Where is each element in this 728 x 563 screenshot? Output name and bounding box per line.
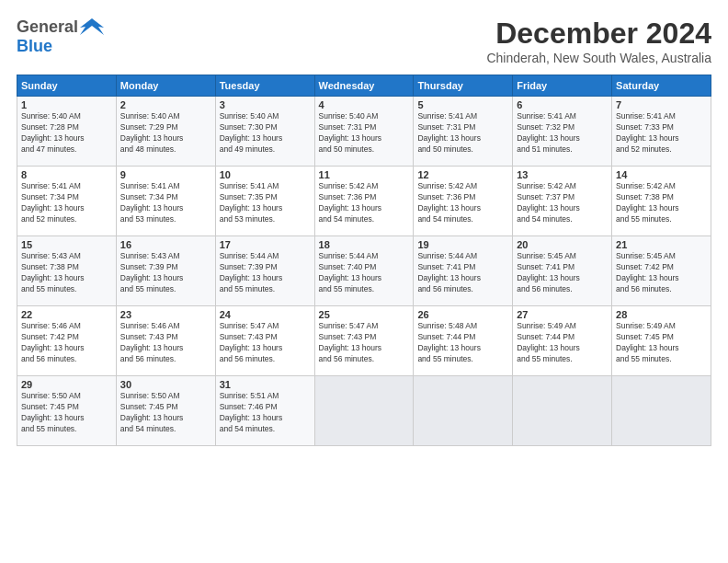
day-cell: 24 Sunrise: 5:47 AMSunset: 7:43 PMDaylig… — [215, 306, 314, 376]
day-cell: 23 Sunrise: 5:46 AMSunset: 7:43 PMDaylig… — [116, 306, 215, 376]
day-cell: 11 Sunrise: 5:42 AMSunset: 7:36 PMDaylig… — [314, 167, 414, 236]
day-number: 29 — [21, 379, 112, 390]
col-header-friday: Friday — [513, 75, 612, 97]
day-number: 8 — [21, 169, 112, 180]
header: General Blue December 2024 Chinderah, Ne… — [17, 17, 711, 65]
day-number: 26 — [417, 309, 508, 320]
day-number: 15 — [21, 239, 112, 250]
day-cell: 3 Sunrise: 5:40 AMSunset: 7:30 PMDayligh… — [215, 97, 314, 167]
day-cell: 30 Sunrise: 5:50 AMSunset: 7:45 PMDaylig… — [116, 376, 215, 446]
day-detail: Sunrise: 5:41 AMSunset: 7:34 PMDaylight:… — [120, 181, 211, 225]
day-number: 12 — [417, 169, 508, 180]
day-number: 18 — [319, 239, 410, 250]
day-cell: 28 Sunrise: 5:49 AMSunset: 7:45 PMDaylig… — [612, 306, 711, 376]
day-cell: 19 Sunrise: 5:44 AMSunset: 7:41 PMDaylig… — [414, 236, 513, 306]
day-detail: Sunrise: 5:43 AMSunset: 7:39 PMDaylight:… — [120, 251, 211, 295]
day-number: 19 — [417, 239, 508, 250]
day-detail: Sunrise: 5:47 AMSunset: 7:43 PMDaylight:… — [319, 321, 410, 365]
day-cell: 22 Sunrise: 5:46 AMSunset: 7:42 PMDaylig… — [17, 306, 117, 376]
day-cell: 18 Sunrise: 5:44 AMSunset: 7:40 PMDaylig… — [314, 236, 414, 306]
title-block: December 2024 Chinderah, New South Wales… — [486, 17, 711, 65]
day-number: 13 — [517, 169, 608, 180]
day-number: 3 — [220, 99, 311, 110]
col-header-saturday: Saturday — [612, 75, 711, 97]
col-header-monday: Monday — [116, 75, 215, 97]
svg-marker-0 — [80, 18, 104, 35]
logo: General Blue — [17, 17, 106, 56]
day-detail: Sunrise: 5:46 AMSunset: 7:42 PMDaylight:… — [21, 321, 112, 365]
day-detail: Sunrise: 5:45 AMSunset: 7:41 PMDaylight:… — [517, 251, 608, 295]
day-cell: 12 Sunrise: 5:42 AMSunset: 7:36 PMDaylig… — [414, 167, 513, 236]
day-cell: 13 Sunrise: 5:42 AMSunset: 7:37 PMDaylig… — [513, 167, 612, 236]
day-detail: Sunrise: 5:51 AMSunset: 7:46 PMDaylight:… — [220, 391, 311, 435]
day-cell: 5 Sunrise: 5:41 AMSunset: 7:31 PMDayligh… — [414, 97, 513, 167]
day-number: 28 — [616, 309, 707, 320]
day-number: 22 — [21, 309, 112, 320]
day-cell: 15 Sunrise: 5:43 AMSunset: 7:38 PMDaylig… — [17, 236, 117, 306]
day-cell: 14 Sunrise: 5:42 AMSunset: 7:38 PMDaylig… — [612, 167, 711, 236]
header-row: SundayMondayTuesdayWednesdayThursdayFrid… — [17, 75, 711, 97]
week-row-1: 1 Sunrise: 5:40 AMSunset: 7:28 PMDayligh… — [17, 97, 711, 167]
day-detail: Sunrise: 5:44 AMSunset: 7:39 PMDaylight:… — [220, 251, 311, 295]
logo-general-text: General — [17, 17, 78, 37]
day-detail: Sunrise: 5:48 AMSunset: 7:44 PMDaylight:… — [417, 321, 508, 365]
day-detail: Sunrise: 5:41 AMSunset: 7:32 PMDaylight:… — [517, 111, 608, 155]
day-number: 21 — [616, 239, 707, 250]
day-number: 2 — [120, 99, 211, 110]
title-location: Chinderah, New South Wales, Australia — [486, 51, 711, 65]
day-number: 17 — [220, 239, 311, 250]
day-detail: Sunrise: 5:45 AMSunset: 7:42 PMDaylight:… — [616, 251, 707, 295]
day-detail: Sunrise: 5:40 AMSunset: 7:29 PMDaylight:… — [120, 111, 211, 155]
day-detail: Sunrise: 5:46 AMSunset: 7:43 PMDaylight:… — [120, 321, 211, 365]
day-number: 10 — [220, 169, 311, 180]
day-cell: 25 Sunrise: 5:47 AMSunset: 7:43 PMDaylig… — [314, 306, 414, 376]
day-detail: Sunrise: 5:44 AMSunset: 7:40 PMDaylight:… — [319, 251, 410, 295]
day-cell — [414, 376, 513, 446]
page: General Blue December 2024 Chinderah, Ne… — [0, 0, 728, 563]
day-cell: 21 Sunrise: 5:45 AMSunset: 7:42 PMDaylig… — [612, 236, 711, 306]
day-cell: 17 Sunrise: 5:44 AMSunset: 7:39 PMDaylig… — [215, 236, 314, 306]
day-number: 6 — [517, 99, 608, 110]
col-header-tuesday: Tuesday — [215, 75, 314, 97]
day-cell: 16 Sunrise: 5:43 AMSunset: 7:39 PMDaylig… — [116, 236, 215, 306]
day-number: 1 — [21, 99, 112, 110]
week-row-2: 8 Sunrise: 5:41 AMSunset: 7:34 PMDayligh… — [17, 167, 711, 236]
day-cell: 8 Sunrise: 5:41 AMSunset: 7:34 PMDayligh… — [17, 167, 117, 236]
day-detail: Sunrise: 5:43 AMSunset: 7:38 PMDaylight:… — [21, 251, 112, 295]
day-detail: Sunrise: 5:42 AMSunset: 7:37 PMDaylight:… — [517, 181, 608, 225]
day-number: 9 — [120, 169, 211, 180]
day-detail: Sunrise: 5:40 AMSunset: 7:28 PMDaylight:… — [21, 111, 112, 155]
day-number: 30 — [120, 379, 211, 390]
logo-blue-text: Blue — [17, 37, 52, 55]
day-cell: 27 Sunrise: 5:49 AMSunset: 7:44 PMDaylig… — [513, 306, 612, 376]
day-number: 5 — [417, 99, 508, 110]
day-number: 23 — [120, 309, 211, 320]
day-number: 25 — [319, 309, 410, 320]
day-cell — [612, 376, 711, 446]
day-number: 27 — [517, 309, 608, 320]
day-cell: 31 Sunrise: 5:51 AMSunset: 7:46 PMDaylig… — [215, 376, 314, 446]
day-detail: Sunrise: 5:41 AMSunset: 7:35 PMDaylight:… — [220, 181, 311, 225]
col-header-thursday: Thursday — [414, 75, 513, 97]
day-cell: 6 Sunrise: 5:41 AMSunset: 7:32 PMDayligh… — [513, 97, 612, 167]
day-detail: Sunrise: 5:42 AMSunset: 7:36 PMDaylight:… — [417, 181, 508, 225]
day-cell: 20 Sunrise: 5:45 AMSunset: 7:41 PMDaylig… — [513, 236, 612, 306]
logo-bird-icon — [78, 17, 106, 37]
col-header-sunday: Sunday — [17, 75, 117, 97]
day-number: 4 — [319, 99, 410, 110]
day-detail: Sunrise: 5:41 AMSunset: 7:33 PMDaylight:… — [616, 111, 707, 155]
day-detail: Sunrise: 5:50 AMSunset: 7:45 PMDaylight:… — [21, 391, 112, 435]
week-row-5: 29 Sunrise: 5:50 AMSunset: 7:45 PMDaylig… — [17, 376, 711, 446]
day-detail: Sunrise: 5:41 AMSunset: 7:31 PMDaylight:… — [417, 111, 508, 155]
day-cell: 4 Sunrise: 5:40 AMSunset: 7:31 PMDayligh… — [314, 97, 414, 167]
day-cell: 29 Sunrise: 5:50 AMSunset: 7:45 PMDaylig… — [17, 376, 117, 446]
day-detail: Sunrise: 5:40 AMSunset: 7:30 PMDaylight:… — [220, 111, 311, 155]
week-row-3: 15 Sunrise: 5:43 AMSunset: 7:38 PMDaylig… — [17, 236, 711, 306]
day-detail: Sunrise: 5:40 AMSunset: 7:31 PMDaylight:… — [319, 111, 410, 155]
day-detail: Sunrise: 5:50 AMSunset: 7:45 PMDaylight:… — [120, 391, 211, 435]
day-detail: Sunrise: 5:44 AMSunset: 7:41 PMDaylight:… — [417, 251, 508, 295]
day-cell: 7 Sunrise: 5:41 AMSunset: 7:33 PMDayligh… — [612, 97, 711, 167]
day-detail: Sunrise: 5:49 AMSunset: 7:44 PMDaylight:… — [517, 321, 608, 365]
day-detail: Sunrise: 5:49 AMSunset: 7:45 PMDaylight:… — [616, 321, 707, 365]
day-number: 20 — [517, 239, 608, 250]
